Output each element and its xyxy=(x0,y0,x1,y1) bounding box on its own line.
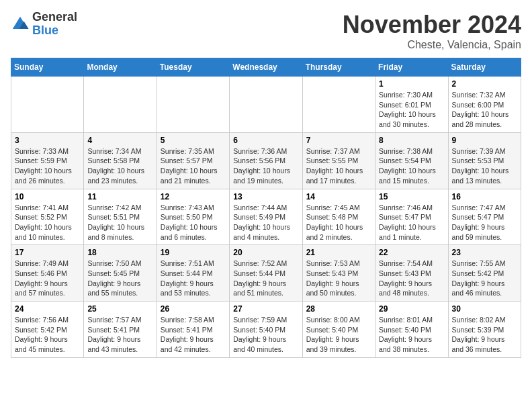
calendar-week-row: 10Sunrise: 7:41 AMSunset: 5:52 PMDayligh… xyxy=(11,189,521,245)
calendar-cell xyxy=(230,77,302,133)
day-info: Sunrise: 7:46 AMSunset: 5:47 PMDaylight:… xyxy=(379,203,444,242)
day-number: 18 xyxy=(87,248,152,257)
calendar-cell: 12Sunrise: 7:43 AMSunset: 5:50 PMDayligh… xyxy=(157,189,229,245)
day-info: Sunrise: 7:35 AMSunset: 5:57 PMDaylight:… xyxy=(161,146,226,186)
day-info: Sunrise: 7:57 AMSunset: 5:41 PMDaylight:… xyxy=(87,315,152,355)
day-number: 17 xyxy=(15,248,80,257)
calendar-cell: 6Sunrise: 7:36 AMSunset: 5:56 PMDaylight… xyxy=(230,132,302,189)
day-number: 24 xyxy=(15,304,80,314)
calendar-cell: 21Sunrise: 7:53 AMSunset: 5:43 PMDayligh… xyxy=(302,245,375,302)
calendar-cell: 17Sunrise: 7:49 AMSunset: 5:46 PMDayligh… xyxy=(11,245,84,302)
weekday-header: Tuesday xyxy=(157,58,229,77)
day-info: Sunrise: 7:43 AMSunset: 5:50 PMDaylight:… xyxy=(161,203,226,242)
weekday-header: Thursday xyxy=(302,58,375,77)
calendar-week-row: 17Sunrise: 7:49 AMSunset: 5:46 PMDayligh… xyxy=(11,245,521,302)
day-info: Sunrise: 7:59 AMSunset: 5:40 PMDaylight:… xyxy=(233,315,298,355)
day-info: Sunrise: 7:45 AMSunset: 5:48 PMDaylight:… xyxy=(306,203,371,242)
day-info: Sunrise: 7:39 AMSunset: 5:53 PMDaylight:… xyxy=(452,146,517,186)
day-number: 22 xyxy=(379,248,444,257)
day-info: Sunrise: 7:41 AMSunset: 5:52 PMDaylight:… xyxy=(15,203,80,242)
logo-text: General Blue xyxy=(32,11,77,38)
day-number: 10 xyxy=(15,192,80,201)
day-number: 13 xyxy=(233,192,298,201)
calendar-cell: 23Sunrise: 7:55 AMSunset: 5:42 PMDayligh… xyxy=(448,245,521,302)
logo-blue-text: Blue xyxy=(32,24,58,37)
day-info: Sunrise: 7:56 AMSunset: 5:42 PMDaylight:… xyxy=(15,315,80,355)
day-number: 2 xyxy=(452,79,517,89)
calendar-cell: 9Sunrise: 7:39 AMSunset: 5:53 PMDaylight… xyxy=(448,132,521,189)
day-number: 14 xyxy=(306,192,371,201)
day-number: 28 xyxy=(306,304,371,314)
calendar-cell: 7Sunrise: 7:37 AMSunset: 5:55 PMDaylight… xyxy=(302,132,375,189)
day-number: 15 xyxy=(379,192,444,201)
calendar-cell: 8Sunrise: 7:38 AMSunset: 5:54 PMDaylight… xyxy=(375,132,448,189)
calendar-cell: 20Sunrise: 7:52 AMSunset: 5:44 PMDayligh… xyxy=(230,245,302,302)
day-info: Sunrise: 7:53 AMSunset: 5:43 PMDaylight:… xyxy=(306,259,371,298)
day-number: 4 xyxy=(87,136,152,145)
calendar-cell: 26Sunrise: 7:58 AMSunset: 5:41 PMDayligh… xyxy=(157,302,229,358)
logo-general-text: General xyxy=(32,10,77,24)
day-info: Sunrise: 8:02 AMSunset: 5:39 PMDaylight:… xyxy=(452,315,517,355)
calendar-cell: 15Sunrise: 7:46 AMSunset: 5:47 PMDayligh… xyxy=(375,189,448,245)
title-block: November 2024 Cheste, Valencia, Spain xyxy=(343,11,521,51)
calendar-cell: 30Sunrise: 8:02 AMSunset: 5:39 PMDayligh… xyxy=(448,302,521,358)
calendar-cell: 5Sunrise: 7:35 AMSunset: 5:57 PMDaylight… xyxy=(157,132,229,189)
location: Cheste, Valencia, Spain xyxy=(343,39,521,51)
calendar-cell: 14Sunrise: 7:45 AMSunset: 5:48 PMDayligh… xyxy=(302,189,375,245)
day-info: Sunrise: 7:38 AMSunset: 5:54 PMDaylight:… xyxy=(379,146,444,186)
weekday-header: Saturday xyxy=(448,58,521,77)
day-info: Sunrise: 7:58 AMSunset: 5:41 PMDaylight:… xyxy=(161,315,226,355)
day-number: 20 xyxy=(233,248,298,257)
day-number: 26 xyxy=(161,304,226,314)
day-info: Sunrise: 7:55 AMSunset: 5:42 PMDaylight:… xyxy=(452,259,517,298)
calendar-header-row: SundayMondayTuesdayWednesdayThursdayFrid… xyxy=(11,58,521,77)
day-number: 11 xyxy=(87,192,152,201)
day-info: Sunrise: 7:44 AMSunset: 5:49 PMDaylight:… xyxy=(233,203,298,242)
calendar-cell: 27Sunrise: 7:59 AMSunset: 5:40 PMDayligh… xyxy=(230,302,302,358)
day-info: Sunrise: 7:49 AMSunset: 5:46 PMDaylight:… xyxy=(15,259,80,298)
calendar-cell: 25Sunrise: 7:57 AMSunset: 5:41 PMDayligh… xyxy=(84,302,157,358)
month-title: November 2024 xyxy=(343,11,521,39)
weekday-header: Monday xyxy=(84,58,157,77)
page-header: General Blue November 2024 Cheste, Valen… xyxy=(11,11,521,51)
calendar-cell: 3Sunrise: 7:33 AMSunset: 5:59 PMDaylight… xyxy=(11,132,84,189)
day-info: Sunrise: 7:36 AMSunset: 5:56 PMDaylight:… xyxy=(233,146,298,186)
day-number: 9 xyxy=(452,136,517,145)
day-info: Sunrise: 8:00 AMSunset: 5:40 PMDaylight:… xyxy=(306,315,371,355)
day-info: Sunrise: 7:51 AMSunset: 5:44 PMDaylight:… xyxy=(161,259,226,298)
day-info: Sunrise: 7:37 AMSunset: 5:55 PMDaylight:… xyxy=(306,146,371,186)
weekday-header: Friday xyxy=(375,58,448,77)
day-number: 8 xyxy=(379,136,444,145)
calendar-cell: 11Sunrise: 7:42 AMSunset: 5:51 PMDayligh… xyxy=(84,189,157,245)
calendar-week-row: 24Sunrise: 7:56 AMSunset: 5:42 PMDayligh… xyxy=(11,302,521,358)
calendar-week-row: 1Sunrise: 7:30 AMSunset: 6:01 PMDaylight… xyxy=(11,77,521,133)
calendar-cell xyxy=(157,77,229,133)
day-info: Sunrise: 8:01 AMSunset: 5:40 PMDaylight:… xyxy=(379,315,444,355)
calendar-cell xyxy=(84,77,157,133)
day-info: Sunrise: 7:42 AMSunset: 5:51 PMDaylight:… xyxy=(87,203,152,242)
day-number: 12 xyxy=(161,192,226,201)
day-number: 6 xyxy=(233,136,298,145)
day-number: 29 xyxy=(379,304,444,314)
logo-icon xyxy=(11,15,30,34)
day-info: Sunrise: 7:34 AMSunset: 5:58 PMDaylight:… xyxy=(87,146,152,186)
logo: General Blue xyxy=(11,11,77,38)
calendar-cell: 16Sunrise: 7:47 AMSunset: 5:47 PMDayligh… xyxy=(448,189,521,245)
day-number: 5 xyxy=(161,136,226,145)
calendar-week-row: 3Sunrise: 7:33 AMSunset: 5:59 PMDaylight… xyxy=(11,132,521,189)
day-info: Sunrise: 7:50 AMSunset: 5:45 PMDaylight:… xyxy=(87,259,152,298)
day-number: 21 xyxy=(306,248,371,257)
day-number: 30 xyxy=(452,304,517,314)
weekday-header: Wednesday xyxy=(230,58,302,77)
calendar-table: SundayMondayTuesdayWednesdayThursdayFrid… xyxy=(11,58,521,358)
weekday-header: Sunday xyxy=(11,58,84,77)
calendar-cell: 1Sunrise: 7:30 AMSunset: 6:01 PMDaylight… xyxy=(375,77,448,133)
calendar-cell: 19Sunrise: 7:51 AMSunset: 5:44 PMDayligh… xyxy=(157,245,229,302)
calendar-cell: 13Sunrise: 7:44 AMSunset: 5:49 PMDayligh… xyxy=(230,189,302,245)
calendar-cell: 28Sunrise: 8:00 AMSunset: 5:40 PMDayligh… xyxy=(302,302,375,358)
calendar-cell xyxy=(302,77,375,133)
day-info: Sunrise: 7:47 AMSunset: 5:47 PMDaylight:… xyxy=(452,203,517,242)
calendar-cell xyxy=(11,77,84,133)
day-number: 25 xyxy=(87,304,152,314)
calendar-cell: 10Sunrise: 7:41 AMSunset: 5:52 PMDayligh… xyxy=(11,189,84,245)
